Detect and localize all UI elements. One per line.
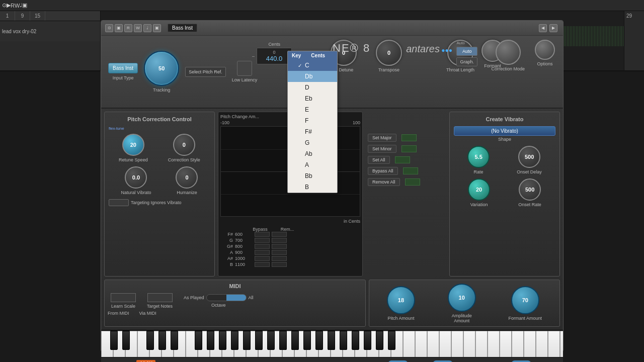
dropdown-item-f[interactable]: F (288, 115, 337, 126)
tracking-knob[interactable]: 50 (144, 51, 179, 86)
set-minor-btn[interactable]: Set Minor (368, 145, 396, 153)
dropdown-item-g[interactable]: G (288, 137, 337, 148)
note-bypass-box[interactable] (255, 244, 270, 249)
black-key[interactable] (267, 331, 275, 350)
dropdown-item-e[interactable]: E (288, 104, 337, 115)
dropdown-item-ab[interactable]: Ab (288, 148, 337, 159)
note-bypass-box[interactable] (255, 250, 270, 255)
plugin-btn-3[interactable]: R (124, 24, 132, 32)
black-key[interactable] (303, 331, 311, 350)
black-key[interactable] (291, 331, 299, 350)
keyboard-container[interactable] (101, 331, 563, 357)
white-key[interactable] (536, 331, 548, 357)
note-bypass-box[interactable] (255, 232, 270, 237)
daw-btn-4[interactable]: W (15, 3, 20, 9)
transpose-knob[interactable]: 0 (376, 40, 402, 66)
preset-name-btn[interactable]: Bass Inst (168, 24, 197, 32)
daw-btn-2[interactable]: ▶ (7, 2, 11, 9)
white-key[interactable] (524, 331, 536, 357)
daw-btn-6[interactable]: ▣ (22, 2, 27, 9)
white-key[interactable] (488, 331, 500, 357)
remove-all-btn[interactable]: Remove All (368, 178, 400, 186)
plugin-btn-4[interactable]: W (134, 24, 142, 32)
note-remove-box[interactable] (272, 238, 287, 243)
black-key[interactable] (376, 331, 383, 350)
note-bypass-box[interactable] (255, 256, 270, 261)
white-key[interactable] (560, 331, 563, 357)
plugin-btn-power[interactable]: ⊙ (105, 24, 113, 32)
latch-toggle[interactable] (511, 360, 531, 363)
vibrato-select-btn[interactable]: (No Vibrato) (454, 126, 555, 136)
rate-knob[interactable]: 5.5 (467, 146, 490, 168)
black-key[interactable] (328, 331, 335, 350)
natural-vibrato-knob[interactable]: 0.0 (125, 166, 147, 189)
set-major-btn[interactable]: Set Major (368, 134, 396, 142)
auto-btn[interactable]: Auto (456, 47, 477, 56)
onset-rate-knob[interactable]: 500 (519, 178, 541, 201)
black-key[interactable] (243, 331, 251, 350)
dropdown-item-db[interactable]: Db (288, 71, 337, 82)
white-key[interactable] (512, 331, 524, 357)
select-pitch-ref-btn[interactable]: Select Pitch Ref. (185, 67, 226, 77)
correction-style-knob[interactable]: 0 (173, 134, 195, 156)
arrow-left[interactable]: ◀ (539, 24, 547, 32)
white-key[interactable] (439, 331, 451, 357)
black-key[interactable] (195, 331, 202, 350)
dropdown-item-eb[interactable]: Eb (288, 93, 337, 104)
note-remove-box[interactable] (272, 232, 287, 237)
plugin-btn-2[interactable]: ▣ (115, 24, 123, 32)
input-type-btn[interactable]: Bass Inst (108, 63, 138, 73)
black-key[interactable] (146, 331, 154, 350)
black-key[interactable] (388, 331, 395, 350)
dropdown-item-f#[interactable]: F# (288, 126, 337, 137)
arrow-right[interactable]: ▶ (549, 24, 557, 32)
daw-btn-1[interactable]: ⊙ (2, 2, 7, 9)
black-key[interactable] (340, 331, 347, 350)
white-key[interactable] (463, 331, 475, 357)
targeting-toggle[interactable] (109, 199, 129, 206)
set-all-btn[interactable]: Set All (368, 156, 390, 164)
onset-delay-knob[interactable]: 500 (518, 146, 540, 168)
freq-minus[interactable]: – (252, 54, 255, 59)
graph-btn[interactable]: Graph. (456, 57, 477, 66)
dropdown-item-bb[interactable]: Bb (288, 170, 337, 182)
note-remove-box[interactable] (272, 262, 287, 267)
white-key[interactable] (451, 331, 463, 357)
black-key[interactable] (255, 331, 263, 350)
target-notes-toggle[interactable] (147, 293, 173, 302)
black-key[interactable] (207, 331, 214, 350)
note-remove-box[interactable] (272, 244, 287, 249)
bypass-all-btn[interactable]: Bypass All (368, 167, 398, 175)
white-key[interactable] (548, 331, 560, 357)
dropdown-item-c[interactable]: ✓C (288, 60, 337, 71)
bypass-toggle[interactable] (433, 360, 453, 363)
note-remove-box[interactable] (272, 250, 287, 255)
black-key[interactable] (364, 331, 371, 350)
dropdown-item-d[interactable]: D (288, 82, 337, 93)
black-key[interactable] (122, 331, 130, 350)
black-key[interactable] (110, 331, 118, 350)
options-knob[interactable] (535, 40, 555, 60)
correction-mode-knob[interactable] (496, 40, 521, 65)
black-key[interactable] (352, 331, 359, 350)
black-key[interactable] (171, 331, 178, 350)
remove-toggle[interactable] (388, 360, 408, 363)
white-key[interactable] (475, 331, 488, 357)
white-key[interactable] (415, 331, 427, 357)
black-key[interactable] (158, 331, 166, 350)
note-bypass-box[interactable] (255, 238, 270, 243)
white-key[interactable] (403, 331, 415, 357)
note-bypass-box[interactable] (255, 262, 270, 267)
retune-speed-knob[interactable]: 20 (122, 134, 144, 156)
formant-amount-knob[interactable]: 70 (511, 286, 539, 314)
octave-slider[interactable] (206, 294, 247, 301)
low-latency-btn[interactable] (237, 61, 252, 76)
black-key[interactable] (231, 331, 238, 350)
white-key[interactable] (427, 331, 439, 357)
learn-scale-toggle[interactable] (111, 293, 136, 302)
variation-knob[interactable]: 20 (468, 178, 490, 201)
black-key[interactable] (219, 331, 226, 350)
note-remove-box[interactable] (272, 256, 287, 261)
dropdown-item-b[interactable]: B (288, 182, 337, 193)
amplitude-amount-knob[interactable]: 10 (448, 284, 476, 312)
